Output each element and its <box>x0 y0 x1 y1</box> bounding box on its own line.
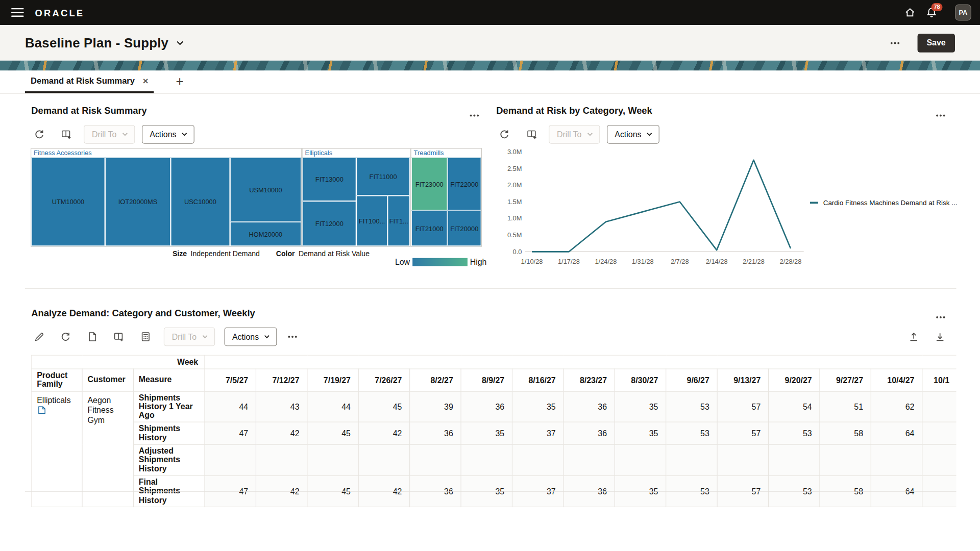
treemap-tile[interactable]: USC10000 <box>170 158 230 246</box>
ellipsis-icon[interactable] <box>935 312 946 322</box>
value-cell[interactable] <box>922 391 957 422</box>
refresh-icon[interactable] <box>61 332 71 342</box>
y-tick-label: 1.5M <box>507 198 522 206</box>
ellipsis-icon[interactable] <box>889 38 900 48</box>
value-cell[interactable] <box>461 444 512 475</box>
ellipsis-icon[interactable] <box>469 111 480 121</box>
value-cell[interactable] <box>410 444 461 475</box>
treemap-tile[interactable]: FIT11000 <box>356 158 410 196</box>
treemap-tile[interactable]: FIT22000 <box>448 158 481 211</box>
notifications-bell-icon[interactable]: 78 <box>925 7 937 18</box>
save-button[interactable]: Save <box>917 34 955 53</box>
value-cell[interactable] <box>564 444 615 475</box>
value-cell[interactable]: 44 <box>205 391 256 422</box>
value-cell[interactable] <box>256 444 307 475</box>
value-cell[interactable]: 36 <box>564 422 615 445</box>
value-cell[interactable]: 51 <box>820 391 871 422</box>
value-cell[interactable] <box>820 444 871 475</box>
actions-select[interactable]: Actions <box>606 125 659 144</box>
value-cell[interactable]: 53 <box>666 391 717 422</box>
treemap-tile[interactable]: HOM20000 <box>230 222 302 246</box>
treemap-tile[interactable]: USM10000 <box>230 158 302 222</box>
value-cell[interactable]: 62 <box>871 391 922 422</box>
value-cell[interactable]: 35 <box>615 391 666 422</box>
treemap-tile[interactable]: FIT1... <box>387 195 410 246</box>
download-icon[interactable] <box>935 332 945 342</box>
manage-views-icon[interactable] <box>114 332 124 342</box>
upload-icon[interactable] <box>909 332 919 342</box>
value-cell[interactable]: 54 <box>769 391 820 422</box>
value-cell[interactable] <box>205 444 256 475</box>
menu-icon[interactable] <box>8 0 28 25</box>
home-icon[interactable] <box>904 7 916 18</box>
week-axis-label: Week <box>32 355 205 369</box>
value-cell[interactable] <box>922 444 957 475</box>
value-cell[interactable] <box>769 444 820 475</box>
value-cell[interactable]: 36 <box>461 391 512 422</box>
value-cell[interactable]: 36 <box>410 422 461 445</box>
value-cell[interactable] <box>512 444 564 475</box>
value-cell[interactable]: 47 <box>205 422 256 445</box>
ellipsis-icon[interactable] <box>287 332 298 342</box>
value-cell[interactable]: 53 <box>666 422 717 445</box>
value-cell[interactable]: 36 <box>564 391 615 422</box>
value-cell[interactable]: 57 <box>717 422 768 445</box>
actions-select[interactable]: Actions <box>224 328 277 346</box>
value-cell[interactable]: 57 <box>717 391 768 422</box>
value-cell[interactable]: 45 <box>358 391 409 422</box>
refresh-icon[interactable] <box>34 129 44 139</box>
series-line[interactable] <box>532 160 791 252</box>
tab-demand-at-risk-summary[interactable]: Demand at Risk Summary × <box>25 70 154 93</box>
add-tab-button[interactable]: + <box>173 70 186 93</box>
line-toolbar: Drill To Actions <box>496 125 659 144</box>
customer-cell: Aegon Fitness Gym <box>82 391 133 507</box>
value-cell[interactable]: 39 <box>410 391 461 422</box>
value-cell[interactable]: 43 <box>256 391 307 422</box>
value-cell[interactable] <box>922 422 957 445</box>
value-cell[interactable] <box>871 444 922 475</box>
refresh-icon[interactable] <box>499 129 509 139</box>
series-swatch <box>810 202 818 204</box>
value-cell[interactable] <box>717 444 768 475</box>
manage-views-icon[interactable] <box>61 129 71 139</box>
value-cell[interactable]: 53 <box>769 422 820 445</box>
actions-select[interactable]: Actions <box>141 125 194 144</box>
treemap-tile[interactable]: UTM10000 <box>31 158 105 246</box>
note-page-icon[interactable] <box>87 332 97 342</box>
value-cell[interactable]: 42 <box>358 422 409 445</box>
avatar[interactable]: PA <box>955 5 971 21</box>
pivot-table-wrap: WeekProduct FamilyCustomerMeasure7/5/277… <box>31 355 956 508</box>
value-cell[interactable] <box>666 444 717 475</box>
drill-to-select[interactable]: Drill To <box>164 328 215 346</box>
value-cell[interactable]: 58 <box>820 422 871 445</box>
treemap-tile[interactable]: FIT100... <box>356 195 387 246</box>
ellipsis-icon[interactable] <box>935 111 946 121</box>
value-cell[interactable] <box>358 444 409 475</box>
drill-to-select[interactable]: Drill To <box>549 125 600 144</box>
value-cell[interactable]: 45 <box>307 422 358 445</box>
value-cell[interactable]: 35 <box>615 422 666 445</box>
value-cell[interactable]: 37 <box>512 422 564 445</box>
treemap-tile[interactable]: FIT23000 <box>411 158 448 211</box>
value-cell[interactable]: 35 <box>512 391 564 422</box>
manage-views-icon[interactable] <box>527 129 537 139</box>
value-cell[interactable]: 64 <box>871 422 922 445</box>
drill-to-select[interactable]: Drill To <box>84 125 135 144</box>
treemap-tile[interactable]: FIT12000 <box>303 201 356 246</box>
value-cell[interactable]: 35 <box>461 422 512 445</box>
gradient-bar <box>412 258 468 266</box>
treemap-tile[interactable]: FIT13000 <box>303 158 356 202</box>
value-cell[interactable] <box>615 444 666 475</box>
edit-pencil-icon[interactable] <box>34 332 44 342</box>
plan-title-dropdown[interactable]: Baseline Plan - Supply <box>25 35 184 50</box>
value-cell[interactable] <box>307 444 358 475</box>
treemap-tile[interactable]: FIT20000 <box>448 211 481 246</box>
treemap-tile[interactable]: IOT20000MS <box>105 158 171 246</box>
treemap-tile[interactable]: FIT21000 <box>411 211 448 246</box>
table-row: Adjusted Shipments History <box>32 444 957 475</box>
value-cell[interactable]: 44 <box>307 391 358 422</box>
note-icon[interactable] <box>38 406 46 414</box>
close-icon[interactable]: × <box>143 76 149 85</box>
value-cell[interactable]: 42 <box>256 422 307 445</box>
calculator-icon[interactable] <box>141 332 151 342</box>
